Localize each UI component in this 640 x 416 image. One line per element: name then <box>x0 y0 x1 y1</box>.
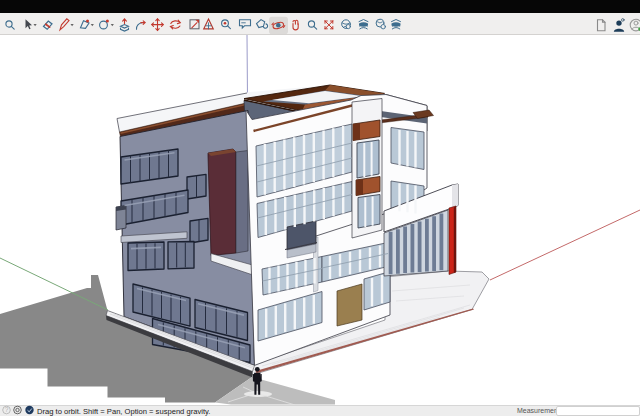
svg-text:?: ? <box>5 406 9 413</box>
